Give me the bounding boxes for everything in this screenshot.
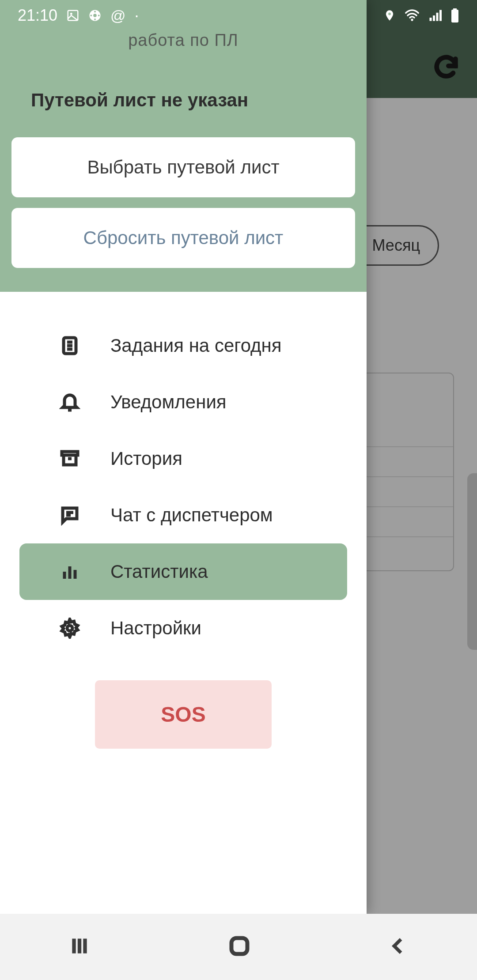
app-icon [88,9,102,22]
svg-rect-5 [62,452,78,455]
reset-waybill-button[interactable]: Сбросить путевой лист [11,208,355,268]
menu-label: Чат с диспетчером [110,505,273,526]
menu-label: Статистика [110,561,208,582]
svg-point-21 [388,13,391,15]
drawer-menu: Задания на сегодня Уведомления История Ч… [0,292,367,749]
svg-point-18 [94,19,96,20]
svg-rect-32 [231,938,247,954]
menu-label: Задания на сегодня [110,335,282,356]
waybill-status: Путевой лист не указан [31,90,355,111]
menu-item-stats[interactable]: Статистика [19,543,347,600]
wifi-icon [405,8,420,23]
bell-icon [59,392,80,413]
status-time: 21:10 [18,6,57,25]
home-button[interactable] [227,934,251,960]
status-right [383,8,459,23]
select-waybill-button[interactable]: Выбрать путевой лист [11,137,355,197]
archive-icon [59,448,80,469]
svg-rect-25 [436,13,439,21]
menu-item-today[interactable]: Задания на сегодня [19,317,347,374]
svg-rect-27 [451,10,458,23]
svg-point-17 [94,11,96,12]
svg-rect-28 [453,8,457,10]
menu-label: Уведомления [110,392,227,413]
system-nav-bar [0,914,477,980]
svg-point-14 [70,13,72,15]
back-button[interactable] [388,936,409,958]
svg-point-12 [67,626,72,631]
menu-item-chat[interactable]: Чат с диспетчером [19,487,347,543]
tasks-icon [59,335,80,356]
status-left: 21:10 @ · [18,6,139,25]
svg-point-19 [90,15,92,16]
menu-label: Настройки [110,618,201,639]
stats-icon [59,561,80,582]
navigation-drawer: работа по ПЛ Путевой лист не указан Выбр… [0,0,367,914]
svg-point-16 [93,14,97,17]
menu-item-settings[interactable]: Настройки [19,600,347,656]
drawer-header: работа по ПЛ Путевой лист не указан Выбр… [0,0,367,292]
chat-icon [59,505,80,526]
dot-icon: · [135,6,139,25]
svg-rect-26 [439,10,442,21]
sos-button[interactable]: SOS [95,680,272,749]
signal-icon [428,9,442,22]
menu-item-notifications[interactable]: Уведомления [19,374,347,430]
drawer-subtitle: работа по ПЛ [11,31,355,50]
recents-button[interactable] [68,935,91,959]
svg-rect-24 [433,15,435,21]
status-bar: 21:10 @ · [0,0,477,31]
menu-item-history[interactable]: История [19,430,347,487]
gear-icon [59,618,80,639]
at-icon: @ [110,7,126,24]
svg-point-20 [98,15,100,16]
svg-point-22 [411,19,413,21]
battery-icon [450,8,459,23]
image-icon [66,9,80,22]
menu-label: История [110,448,182,469]
svg-rect-23 [430,18,432,21]
location-icon [383,9,396,22]
